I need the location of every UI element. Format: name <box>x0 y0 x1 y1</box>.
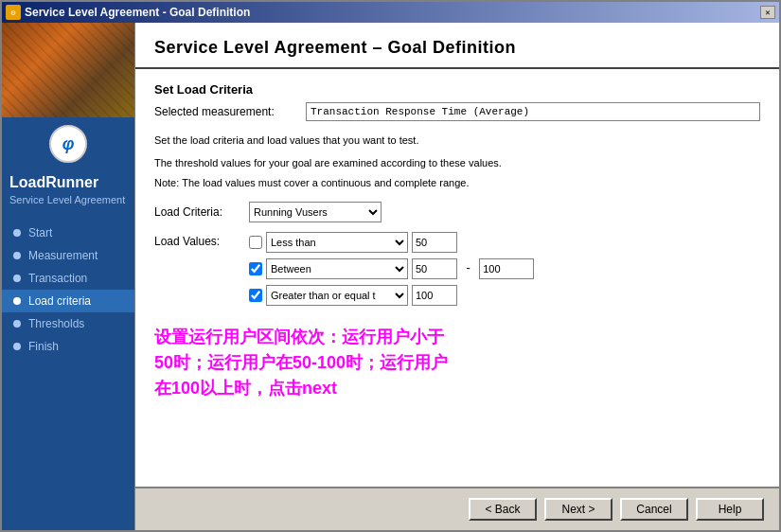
sidebar-image <box>2 23 134 117</box>
load-value-checkbox-2[interactable] <box>249 262 262 275</box>
hp-logo: φ <box>49 125 87 163</box>
close-button[interactable]: ✕ <box>760 6 775 19</box>
measurement-input[interactable] <box>306 102 760 121</box>
title-bar: ⚙ Service Level Agreement - Goal Definit… <box>2 2 779 23</box>
nav-dot-start <box>13 229 21 237</box>
brand-subtitle: Service Level Agreement <box>2 193 134 214</box>
criteria-label: Load Criteria: <box>154 205 249 219</box>
sidebar-nav: Start Measurement Transaction Load crite… <box>2 214 134 530</box>
load-values-label: Load Values: <box>154 232 249 248</box>
load-value-row-2: Between - <box>249 258 534 279</box>
load-value-checkbox-3[interactable] <box>249 289 262 302</box>
next-button[interactable]: Next > <box>544 498 612 521</box>
content-area: Service Level Agreement – Goal Definitio… <box>134 23 779 530</box>
sidebar-item-finish[interactable]: Finish <box>2 335 134 358</box>
sidebar-item-load-criteria[interactable]: Load criteria <box>2 290 134 312</box>
sidebar-item-transaction[interactable]: Transaction <box>2 267 134 290</box>
measurement-label: Selected measurement: <box>154 105 306 118</box>
note-text: Note: The load values must cover a conti… <box>154 177 760 188</box>
load-value-input1-3[interactable] <box>412 285 457 306</box>
cancel-button[interactable]: Cancel <box>620 498 688 521</box>
load-value-row-1: Less than <box>249 232 534 253</box>
title-bar-icon: ⚙ <box>6 5 21 20</box>
content-title: Service Level Agreement – Goal Definitio… <box>154 38 760 58</box>
sidebar: φ LoadRunner Service Level Agreement Sta… <box>2 23 134 530</box>
sidebar-item-start[interactable]: Start <box>2 222 134 244</box>
help-button[interactable]: Help <box>696 498 764 521</box>
criteria-select[interactable]: Running Vusers <box>249 202 382 222</box>
description-line2: The threshold values for your goal are e… <box>154 155 760 172</box>
load-value-operator-1[interactable]: Less than <box>266 232 408 253</box>
nav-dot-finish <box>13 343 21 350</box>
brand-title: LoadRunner <box>2 170 134 193</box>
section-title: Set Load Criteria <box>154 82 760 97</box>
load-value-input1-2[interactable] <box>412 258 457 279</box>
content-header: Service Level Agreement – Goal Definitio… <box>135 23 779 69</box>
main-content: φ LoadRunner Service Level Agreement Sta… <box>2 23 779 530</box>
bottom-bar: < Back Next > Cancel Help <box>135 487 779 530</box>
load-value-checkbox-1[interactable] <box>249 236 262 249</box>
nav-dot-measurement <box>13 252 21 259</box>
note-label: Note: <box>154 177 182 188</box>
load-value-row-3: Greater than or equal t <box>249 285 534 306</box>
sidebar-logo: φ <box>2 117 134 170</box>
load-value-operator-2[interactable]: Between <box>266 258 408 279</box>
nav-dot-thresholds <box>13 320 21 328</box>
range-dash: - <box>461 262 475 275</box>
content-body: Set Load Criteria Selected measurement: … <box>135 69 779 487</box>
nav-dot-load-criteria <box>13 297 21 305</box>
load-values-rows: Less than Between - <box>249 232 534 306</box>
description-line1: Set the load criteria and load values th… <box>154 133 760 150</box>
sidebar-item-measurement[interactable]: Measurement <box>2 244 134 267</box>
main-window: ⚙ Service Level Agreement - Goal Definit… <box>0 0 781 532</box>
load-value-input1-1[interactable] <box>412 232 457 253</box>
back-button[interactable]: < Back <box>469 498 537 521</box>
load-value-input2-2[interactable] <box>479 258 534 279</box>
measurement-row: Selected measurement: <box>154 102 760 121</box>
load-value-operator-3[interactable]: Greater than or equal t <box>266 285 408 306</box>
annotation-text: 设置运行用户区间依次：运行用户小于50时；运行用户在50-100时；运行用户在1… <box>154 325 760 401</box>
criteria-row: Load Criteria: Running Vusers <box>154 202 760 222</box>
load-values-section: Load Values: Less than <box>154 232 760 306</box>
sidebar-item-thresholds[interactable]: Thresholds <box>2 312 134 335</box>
title-bar-text: Service Level Agreement - Goal Definitio… <box>25 6 758 19</box>
nav-dot-transaction <box>13 275 21 282</box>
